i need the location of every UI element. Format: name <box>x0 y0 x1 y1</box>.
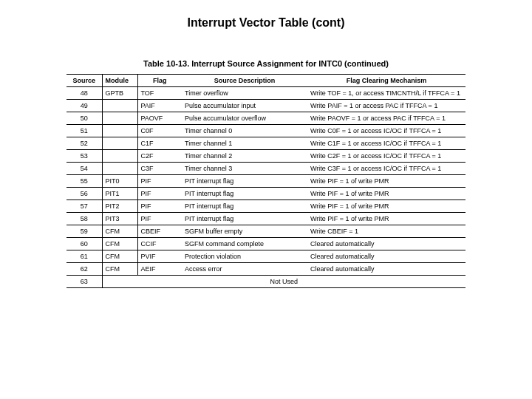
cell-description: Protection violation <box>182 250 307 263</box>
cell-source: 62 <box>66 263 102 276</box>
cell-source: 48 <box>66 87 102 100</box>
cell-module: PIT1 <box>102 188 137 200</box>
cell-module <box>102 137 137 150</box>
cell-source: 56 <box>66 188 102 200</box>
cell-flag: C1F <box>137 137 182 150</box>
cell-flag: CBEIF <box>137 225 182 238</box>
cell-mechanism: Write PIF = 1 of write PMR <box>307 213 466 225</box>
table-row: 59CFMCBEIFSGFM buffer emptyWrite CBEIF =… <box>66 225 466 238</box>
cell-description: Access error <box>182 263 307 276</box>
cell-mechanism: Write PAIF = 1 or access PAC if TFFCA = … <box>307 100 466 112</box>
cell-source: 59 <box>66 225 102 238</box>
cell-mechanism: Cleared automatically <box>307 238 466 250</box>
interrupt-vector-table: Table 10-13. Interrupt Source Assignment… <box>66 59 466 288</box>
cell-mechanism: Cleared automatically <box>307 250 466 263</box>
cell-module <box>102 125 137 137</box>
cell-source: 57 <box>66 200 102 213</box>
table-row: 57PIT2PIFPIT interrupt flagWrite PIF = 1… <box>66 200 466 213</box>
col-header-flag: Flag <box>137 75 182 87</box>
table-row: 49PAIFPulse accumulator inputWrite PAIF … <box>66 100 466 112</box>
col-header-source: Source <box>66 75 102 87</box>
cell-mechanism: Write C0F = 1 or access IC/OC if TFFCA =… <box>307 125 466 137</box>
page-title: Interrupt Vector Table (cont) <box>0 16 532 30</box>
table-row: 51C0FTimer channel 0Write C0F = 1 or acc… <box>66 125 466 137</box>
table-row: 58PIT3PIFPIT interrupt flagWrite PIF = 1… <box>66 213 466 225</box>
table-row: 53C2FTimer channel 2Write C2F = 1 or acc… <box>66 150 466 163</box>
cell-module <box>102 112 137 125</box>
table-row: 55PIT0PIFPIT interrupt flagWrite PIF = 1… <box>66 175 466 188</box>
cell-mechanism: Write PIF = 1 of write PMR <box>307 175 466 188</box>
cell-mechanism: Write C2F = 1 or access IC/OC if TFFCA =… <box>307 150 466 163</box>
cell-mechanism: Write C3F = 1 or access IC/OC if TFFCA =… <box>307 163 466 175</box>
cell-not-used-label: Not Used <box>102 276 466 288</box>
cell-module: CFM <box>102 238 137 250</box>
table-row: 50PAOVFPulse accumulator overflowWrite P… <box>66 112 466 125</box>
cell-mechanism: Write PIF = 1 of write PMR <box>307 200 466 213</box>
cell-flag: PIF <box>137 200 182 213</box>
cell-description: Pulse accumulator input <box>182 100 307 112</box>
col-header-mech: Flag Clearing Mechanism <box>307 75 466 87</box>
cell-description: Timer channel 2 <box>182 150 307 163</box>
cell-source: 51 <box>66 125 102 137</box>
cell-source: 58 <box>66 213 102 225</box>
cell-module: GPTB <box>102 87 137 100</box>
cell-flag: PIF <box>137 213 182 225</box>
table-row: 61CFMPVIFProtection violationCleared aut… <box>66 250 466 263</box>
cell-module: CFM <box>102 225 137 238</box>
cell-flag: PIF <box>137 175 182 188</box>
col-header-module: Module <box>102 75 137 87</box>
table-caption: Table 10-13. Interrupt Source Assignment… <box>66 59 466 68</box>
table-row: 62CFMAEIFAccess errorCleared automatical… <box>66 263 466 276</box>
cell-flag: C0F <box>137 125 182 137</box>
table-row: 60CFMCCIFSGFM command completeCleared au… <box>66 238 466 250</box>
cell-description: PIT interrupt flag <box>182 200 307 213</box>
cell-module: CFM <box>102 250 137 263</box>
cell-flag: PAOVF <box>137 112 182 125</box>
cell-mechanism: Write TOF = 1, or access TIMCNTH/L if TF… <box>307 87 466 100</box>
table-row: 56PIT1PIFPIT interrupt flagWrite PIF = 1… <box>66 188 466 200</box>
cell-module: CFM <box>102 263 137 276</box>
table-body: 48GPTBTOFTimer overflowWrite TOF = 1, or… <box>66 87 466 288</box>
cell-description: Timer channel 0 <box>182 125 307 137</box>
cell-mechanism: Write PIF = 1 of write PMR <box>307 188 466 200</box>
cell-description: PIT interrupt flag <box>182 213 307 225</box>
cell-source: 53 <box>66 150 102 163</box>
cell-mechanism: Cleared automatically <box>307 263 466 276</box>
cell-description: SGFM command complete <box>182 238 307 250</box>
cell-module: PIT0 <box>102 175 137 188</box>
cell-source: 54 <box>66 163 102 175</box>
table-row: 52C1FTimer channel 1Write C1F = 1 or acc… <box>66 137 466 150</box>
table-header-row: Source Module Flag Source Description Fl… <box>66 75 466 87</box>
table-row: 54C3FTimer channel 3Write C3F = 1 or acc… <box>66 163 466 175</box>
cell-description: PIT interrupt flag <box>182 175 307 188</box>
cell-description: SGFM buffer empty <box>182 225 307 238</box>
cell-mechanism: Write PAOVF = 1 or access PAC if TFFCA =… <box>307 112 466 125</box>
cell-source: 61 <box>66 250 102 263</box>
cell-source: 55 <box>66 175 102 188</box>
cell-module <box>102 100 137 112</box>
cell-flag: PAIF <box>137 100 182 112</box>
cell-flag: AEIF <box>137 263 182 276</box>
table-row: 48GPTBTOFTimer overflowWrite TOF = 1, or… <box>66 87 466 100</box>
cell-module <box>102 163 137 175</box>
cell-source: 63 <box>66 276 102 288</box>
cell-source: 49 <box>66 100 102 112</box>
cell-source: 52 <box>66 137 102 150</box>
cell-mechanism: Write CBEIF = 1 <box>307 225 466 238</box>
cell-description: Timer channel 1 <box>182 137 307 150</box>
col-header-desc: Source Description <box>182 75 307 87</box>
cell-flag: C3F <box>137 163 182 175</box>
cell-mechanism: Write C1F = 1 or access IC/OC if TFFCA =… <box>307 137 466 150</box>
table: Source Module Flag Source Description Fl… <box>66 74 466 288</box>
cell-description: Timer overflow <box>182 87 307 100</box>
cell-module: PIT3 <box>102 213 137 225</box>
cell-source: 60 <box>66 238 102 250</box>
document-page: { "title": "Interrupt Vector Table (cont… <box>0 0 532 399</box>
cell-description: Pulse accumulator overflow <box>182 112 307 125</box>
cell-flag: PIF <box>137 188 182 200</box>
cell-source: 50 <box>66 112 102 125</box>
cell-module <box>102 150 137 163</box>
cell-description: Timer channel 3 <box>182 163 307 175</box>
table-row-not-used: 63Not Used <box>66 276 466 288</box>
cell-description: PIT interrupt flag <box>182 188 307 200</box>
